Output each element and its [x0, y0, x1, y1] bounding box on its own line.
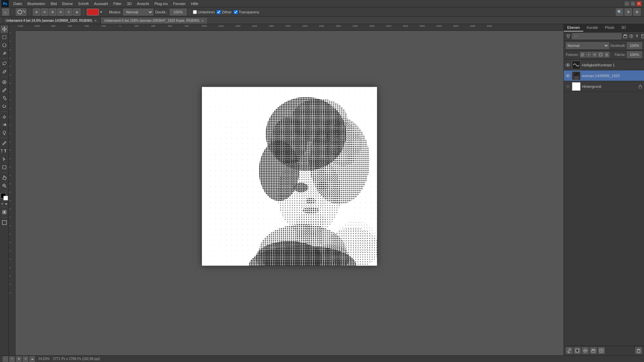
menu-hilfe[interactable]: Hilfe	[188, 1, 201, 6]
panel-mask-icon[interactable]	[641, 33, 644, 39]
panel-search-input[interactable]	[572, 33, 622, 39]
workspace-icon[interactable]: ⚙	[625, 8, 632, 16]
tool-lasso[interactable]	[1, 42, 8, 49]
layer-2-visibility[interactable]	[565, 84, 571, 89]
layers-delete-btn[interactable]	[635, 347, 642, 354]
panel-tab-ebenen[interactable]: Ebenen	[564, 24, 583, 32]
panel-tab-kanaele[interactable]: Kanäle	[583, 24, 601, 32]
dither-checkbox-wrap[interactable]: Dither	[217, 10, 231, 14]
mode-select[interactable]: Normal	[123, 9, 153, 15]
menu-auswahl[interactable]: Auswahl	[91, 1, 111, 6]
opacity-input[interactable]	[627, 42, 642, 49]
menu-ansicht[interactable]: Ansicht	[134, 1, 152, 6]
tool-zoom[interactable]	[1, 182, 8, 189]
layers-adjustment-btn[interactable]	[582, 347, 589, 354]
tab-0[interactable]: Unbenannt-4 bei 24,6% (woman-1439909_192…	[2, 17, 101, 24]
tool-pen[interactable]	[1, 139, 8, 147]
tool-preset-picker[interactable]: G	[2, 8, 9, 16]
mode-reflected-btn[interactable]: ⊙	[65, 8, 72, 16]
tool-magic-wand[interactable]	[1, 50, 8, 57]
tool-path-select[interactable]	[1, 156, 8, 163]
layer-item-0[interactable]: Helligkeit/Kontrast 1	[564, 60, 644, 70]
status-brush-icon[interactable]: ✏	[9, 356, 15, 362]
window-close[interactable]: ✕	[637, 1, 641, 6]
gradient-swatch-wrap[interactable]: ▼	[87, 9, 103, 15]
tab-1-close[interactable]: ✕	[201, 19, 204, 22]
menu-ebene[interactable]: Ebene	[59, 1, 75, 6]
canvas-area[interactable]: -1200 -1000 -800 -600 -400 -200 0 200 40…	[9, 24, 564, 355]
panel-filter-icon[interactable]	[566, 33, 571, 39]
tool-healing[interactable]	[1, 78, 8, 86]
swatch-arrow[interactable]: ▼	[100, 10, 103, 14]
layers-mask-btn[interactable]	[574, 347, 581, 354]
search-icon[interactable]: 🔍	[616, 8, 623, 16]
menu-plugins[interactable]: Plug-ins	[152, 1, 170, 6]
menu-3d[interactable]: 3D	[124, 1, 134, 6]
arrange-icon[interactable]: ⊞	[633, 8, 641, 16]
tool-screen-mode[interactable]	[1, 219, 8, 226]
menu-bearbeiten[interactable]: Bearbeiten	[25, 1, 48, 6]
reset-colors-icon[interactable]: ↺	[1, 202, 4, 205]
tool-crop[interactable]	[1, 60, 8, 67]
tool-selection[interactable]	[1, 34, 8, 41]
tool-text[interactable]: T T	[1, 147, 8, 155]
menu-bild[interactable]: Bild	[48, 1, 59, 6]
window-minimize[interactable]: —	[625, 1, 629, 6]
tool-dodge[interactable]	[1, 129, 8, 136]
tool-clone-stamp[interactable]	[1, 95, 8, 102]
lock-position-icon[interactable]	[592, 52, 597, 57]
tab-1[interactable]: Unbenannt-5 bei 158% (woman-2003647_1920…	[101, 17, 208, 24]
lock-all-icon[interactable]	[604, 52, 609, 57]
layers-new-btn[interactable]	[598, 347, 605, 354]
transparency-checkbox-wrap[interactable]: Transparenz	[234, 10, 259, 14]
layer-0-visibility[interactable]	[565, 62, 571, 68]
panel-new-group-icon[interactable]	[623, 33, 628, 39]
brush-picker[interactable]	[16, 8, 26, 16]
status-3d-icon[interactable]: ⊞	[16, 356, 21, 362]
tab-0-close[interactable]: ✕	[94, 19, 97, 22]
layer-item-2[interactable]: Hintergrund	[564, 81, 644, 92]
dither-checkbox[interactable]	[217, 10, 221, 14]
layers-group-btn[interactable]	[590, 347, 597, 354]
layer-1-visibility[interactable]	[565, 73, 571, 78]
lock-artboard-icon[interactable]	[598, 52, 603, 57]
status-cloud-icon[interactable]: ☁	[30, 356, 35, 362]
fill-input[interactable]	[627, 51, 642, 58]
layers-link-icon[interactable]	[566, 347, 573, 354]
swap-colors-icon[interactable]: ⇄	[5, 202, 8, 205]
panel-adjust-icon[interactable]	[629, 33, 634, 39]
transparency-checkbox[interactable]	[234, 10, 238, 14]
lock-image-icon[interactable]	[586, 52, 591, 57]
tool-quick-mask[interactable]	[1, 208, 8, 216]
panel-tab-3d[interactable]: 3D	[618, 24, 629, 32]
tool-history-brush[interactable]	[1, 103, 8, 110]
menu-datei[interactable]: Datei	[11, 1, 25, 6]
invert-checkbox-wrap[interactable]: Umkehren	[193, 10, 215, 14]
panel-tab-pfade[interactable]: Pfade	[601, 24, 618, 32]
layer-item-1[interactable]: woman-1439909_1920	[564, 70, 644, 81]
menu-schrift[interactable]: Schrift	[75, 1, 91, 6]
invert-checkbox[interactable]	[193, 10, 197, 14]
tool-move[interactable]	[1, 25, 8, 33]
panel-text-icon[interactable]: T	[635, 33, 640, 39]
tool-hand[interactable]	[1, 174, 8, 181]
opacity-input[interactable]	[170, 9, 186, 15]
gradient-color-swatch[interactable]	[87, 9, 99, 15]
tool-gradient[interactable]	[1, 121, 8, 128]
status-palette-icon[interactable]: ⬚	[3, 356, 8, 362]
menu-fenster[interactable]: Fenster	[170, 1, 188, 6]
canvas-document[interactable]	[202, 87, 377, 266]
mode-lighten-btn[interactable]: ⊗	[49, 8, 56, 16]
status-info-icon[interactable]: ⊙	[23, 356, 28, 362]
background-swatch[interactable]	[3, 196, 8, 200]
menu-filter[interactable]: Filter	[111, 1, 124, 6]
blending-mode-select[interactable]: Normal	[566, 42, 609, 49]
tool-eyedropper[interactable]	[1, 68, 8, 75]
tool-eraser[interactable]	[1, 113, 8, 120]
mode-normal-btn[interactable]: ⊕	[33, 8, 40, 16]
tool-brush[interactable]	[1, 86, 8, 94]
window-maximize[interactable]: □	[631, 1, 635, 6]
lock-transparent-icon[interactable]	[580, 52, 585, 57]
mode-angle-btn[interactable]: ⊘	[57, 8, 64, 16]
mode-darken-btn[interactable]: ⊖	[41, 8, 48, 16]
